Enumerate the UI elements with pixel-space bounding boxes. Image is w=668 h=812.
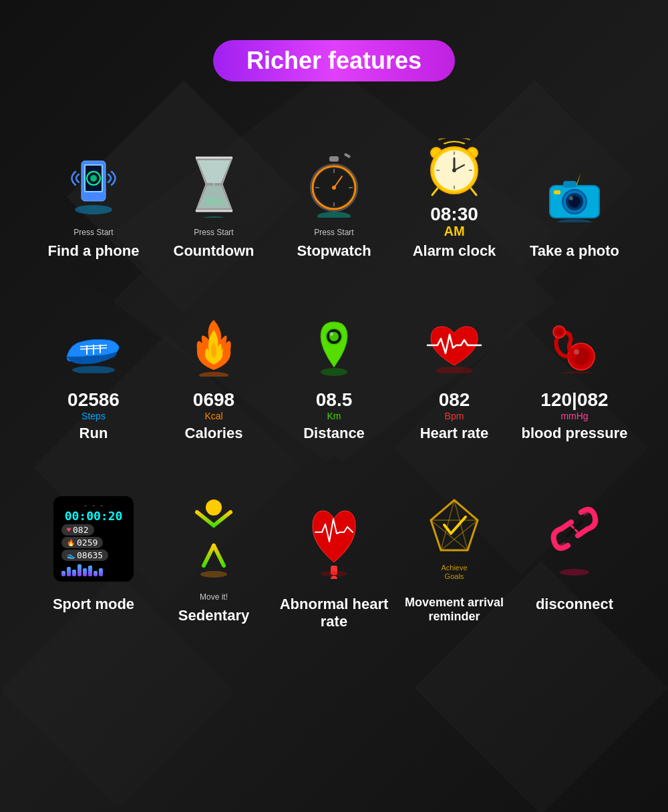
sedentary-label: Sedentary: [178, 607, 249, 624]
sport-cal-badge: 🔥 0259: [61, 537, 103, 548]
svg-point-59: [436, 367, 473, 373]
abnormal-hr-icon: [307, 499, 361, 579]
distance-stat-number: 08.5: [316, 390, 353, 411]
feature-calories: 0698 Kcal Calories: [154, 307, 274, 442]
feature-row-2: 02586 Steps Run 0698 Kcal Calories: [0, 293, 668, 455]
svg-marker-76: [431, 500, 478, 550]
stopwatch-press-label: Press Start: [314, 228, 353, 237]
svg-rect-46: [554, 190, 560, 194]
svg-line-78: [454, 500, 468, 550]
bp-stat-number: 120|082: [540, 390, 608, 411]
svg-point-4: [90, 175, 97, 182]
heart-rate-stat-number: 082: [439, 390, 470, 411]
sport-cal-val: 0259: [77, 538, 98, 548]
svg-point-24: [332, 186, 336, 190]
disconnect-icon-area: [534, 489, 615, 589]
sedentary-icon: [187, 495, 240, 582]
countdown-press-label: Press Start: [194, 228, 233, 237]
run-icon: [63, 320, 124, 373]
svg-point-58: [329, 332, 333, 336]
svg-point-25: [317, 212, 351, 218]
feature-run: 02586 Steps Run: [33, 307, 154, 442]
movement-arrival-icon-area: Achieve Goals: [414, 489, 494, 589]
calories-label: Calories: [185, 425, 243, 442]
run-stat-unit: Steps: [81, 411, 106, 421]
countdown-icon-area: [174, 144, 254, 224]
title-section: Richer features: [0, 0, 668, 95]
feature-blood-pressure: 120|082 mmHg blood pressure: [514, 307, 635, 442]
find-phone-icon-area: [53, 144, 134, 224]
run-stat-number: 02586: [67, 390, 120, 411]
svg-line-70: [204, 546, 214, 566]
alarm-am-value: AM: [430, 224, 478, 239]
feature-distance: 08.5 Km Distance: [274, 307, 394, 442]
wave-bar-4: [77, 564, 81, 576]
sport-steps-row: 👟 08635: [61, 550, 126, 561]
feature-stopwatch: Press Start Stopwatch: [274, 144, 394, 260]
distance-label: Distance: [303, 425, 365, 442]
sport-wave: [61, 563, 126, 576]
stopwatch-label: Stopwatch: [297, 242, 371, 260]
take-photo-label: Take a photo: [530, 242, 619, 260]
stopwatch-icon: [307, 151, 361, 218]
sport-mode-label: Sport mode: [53, 596, 134, 613]
wave-bar-1: [61, 571, 65, 576]
disconnect-icon: [548, 502, 601, 576]
svg-rect-14: [329, 156, 339, 162]
svg-point-84: [560, 569, 589, 576]
svg-line-77: [441, 500, 454, 550]
blood-pressure-icon-area: [534, 307, 615, 387]
svg-point-55: [321, 368, 347, 376]
svg-point-75: [321, 571, 347, 576]
achieve-label1: Achieve: [441, 564, 467, 572]
feature-take-photo: Take a photo: [514, 156, 635, 260]
svg-rect-41: [563, 181, 576, 188]
heart-rate-stat-unit: Bpm: [445, 411, 464, 421]
sedentary-icon-area: [174, 489, 254, 589]
svg-marker-9: [198, 160, 230, 183]
svg-line-27: [471, 188, 476, 195]
feature-find-phone: Press Start Find a phone: [33, 144, 154, 260]
blood-pressure-icon: [544, 320, 605, 373]
feature-movement-arrival: Achieve Goals Movement arrival reminder: [394, 489, 514, 624]
feature-abnormal-hr: Abnormal heart rate: [274, 489, 394, 630]
sedentary-move-label: Move it!: [200, 592, 228, 602]
sport-steps-badge: 👟 08635: [61, 550, 108, 561]
countdown-icon: [186, 151, 242, 218]
wave-bar-8: [99, 568, 103, 576]
svg-rect-15: [344, 153, 351, 158]
wave-bar-7: [94, 571, 98, 576]
sport-time: 00:00:20: [61, 509, 126, 523]
wave-bar-3: [72, 570, 76, 576]
calories-icon-area: [174, 307, 254, 387]
sport-mode-display: - - - 00:00:20 ♥ 082 🔥 0259: [53, 496, 134, 582]
svg-point-63: [556, 329, 562, 335]
svg-point-47: [556, 219, 593, 222]
svg-line-26: [432, 188, 438, 195]
wave-bar-2: [67, 567, 71, 576]
stopwatch-icon-area: [294, 144, 374, 224]
movement-arrival-icon: [424, 497, 484, 564]
blood-pressure-label: blood pressure: [522, 425, 628, 442]
sport-shoe-dot: 👟: [67, 552, 75, 559]
alarm-clock-icon: [424, 138, 484, 198]
distance-icon: [311, 315, 357, 379]
take-photo-icon-area: [534, 156, 615, 236]
svg-point-13: [197, 216, 230, 218]
svg-line-71: [214, 546, 224, 566]
distance-icon-area: [294, 307, 374, 387]
alarm-clock-label: Alarm clock: [413, 242, 496, 260]
run-label: Run: [79, 425, 108, 442]
page-container: Richer features: [0, 0, 668, 812]
feature-alarm-clock: 08:30 AM Alarm clock: [394, 128, 514, 260]
svg-point-45: [569, 196, 573, 200]
calories-stat-unit: Kcal: [204, 411, 222, 421]
sport-flame-dot: 🔥: [67, 539, 75, 546]
abnormal-hr-label: Abnormal heart rate: [274, 596, 394, 630]
sport-hr-badge: ♥ 082: [61, 524, 94, 536]
distance-stat-unit: Km: [327, 411, 341, 421]
find-phone-press-label: Press Start: [73, 228, 113, 237]
feature-row-1: Press Start Find a phone: [0, 115, 668, 273]
svg-point-54: [199, 372, 228, 377]
abnormal-hr-icon-area: [294, 489, 374, 589]
